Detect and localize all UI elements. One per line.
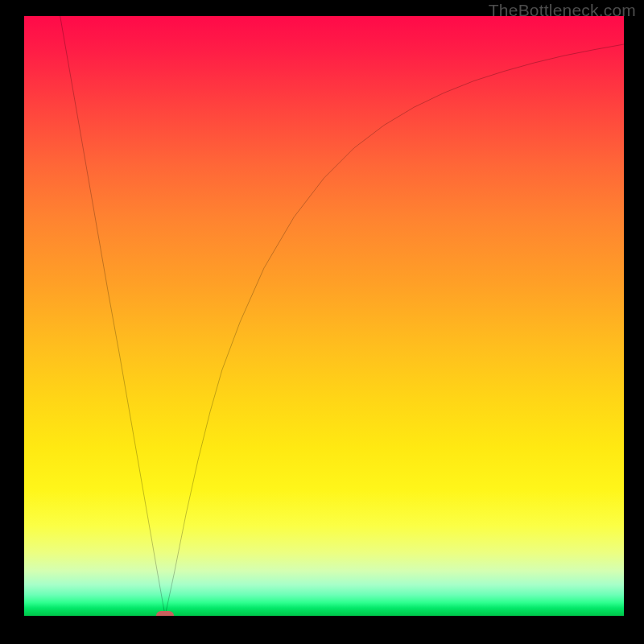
chart-stage: TheBottleneck.com (0, 0, 644, 644)
plot-area (24, 16, 624, 616)
minimum-marker (156, 611, 174, 616)
bottleneck-curve (24, 16, 624, 616)
